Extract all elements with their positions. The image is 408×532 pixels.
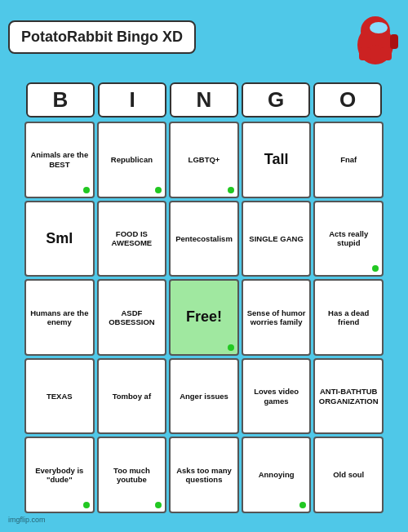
cell-text-18: Loves video games [246,387,308,406]
cell-text-9: Acts really stupid [317,229,379,248]
bingo-cell-5: Sml [24,201,95,277]
bingo-cell-16: Tomboy af [97,358,167,435]
bingo-cell-24: Old soul [313,437,384,513]
letter-o: O [313,82,382,117]
bingo-cell-3: Tall [242,122,312,198]
cell-text-1: Republican [111,155,153,164]
bingo-cell-4: Fnaf [313,122,384,198]
bingo-cell-7: Pentecostalism [169,201,239,277]
cell-text-10: Humans are the enemy [29,308,91,327]
cell-dot-21 [155,502,162,508]
cell-dot-12 [228,344,234,351]
cell-text-12: Free! [186,308,222,326]
svg-rect-5 [390,34,398,49]
title-box: PotatoRabbit Bingo XD [8,20,196,54]
bingo-cell-6: FOOD IS AWESOME [97,201,167,277]
letter-g: G [242,82,310,117]
title-text: PotatoRabbit Bingo XD [21,29,183,45]
cell-text-0: Animals are the BEST [29,150,91,169]
main-container: PotatoRabbit Bingo XD B I N G O Animals … [0,0,408,532]
cell-text-24: Old soul [333,470,364,479]
bingo-cell-9: Acts really stupid [313,201,384,277]
cell-text-19: ANTI-BATHTUB ORGANIZATION [317,387,379,406]
header: PotatoRabbit Bingo XD [8,8,400,65]
cell-text-7: Pentecostalism [175,234,233,243]
cell-text-11: ASDF OBSESSION [101,308,163,327]
cell-text-14: Has a dead friend [317,308,379,327]
bingo-cell-21: Too much youtube [97,437,167,513]
bingo-grid: Animals are the BESTRepublicanLGBTQ+Tall… [24,122,384,513]
bingo-cell-10: Humans are the enemy [24,279,95,356]
svg-point-4 [370,22,388,33]
bingo-cell-12: Free! [169,279,239,356]
letter-i: I [98,82,166,117]
cell-dot-0 [83,187,90,193]
cell-text-6: FOOD IS AWESOME [101,229,163,248]
bingo-cell-15: TEXAS [24,358,95,435]
bingo-cell-18: Loves video games [242,358,312,435]
letter-n: N [170,82,238,117]
cell-text-3: Tall [264,151,289,169]
cell-text-20: Everybody is "dude" [29,466,91,485]
footer-text: imgflip.com [8,516,46,524]
cell-dot-2 [228,187,234,193]
cell-text-15: TEXAS [47,392,73,401]
bingo-cell-19: ANTI-BATHTUB ORGANIZATION [313,358,384,435]
cell-text-8: SINGLE GANG [249,234,304,243]
svg-rect-2 [359,47,370,60]
bingo-cell-0: Animals are the BEST [24,122,95,198]
cell-text-17: Anger issues [180,392,228,401]
cell-text-13: Sense of humor worries family [246,308,308,327]
cell-text-23: Annoying [259,470,295,479]
bingo-cell-11: ASDF OBSESSION [97,279,167,356]
bingo-cell-22: Asks too many questions [169,437,239,513]
cell-dot-20 [83,502,90,508]
cell-text-21: Too much youtube [101,466,163,485]
bingo-cell-2: LGBTQ+ [169,122,239,198]
bingo-cell-13: Sense of humor worries family [242,279,312,356]
bingo-cell-23: Annoying [242,437,312,513]
among-us-icon [351,8,400,65]
cell-text-16: Tomboy af [113,392,151,401]
bingo-cell-20: Everybody is "dude" [24,437,95,513]
bingo-cell-8: SINGLE GANG [242,201,312,277]
svg-rect-3 [380,47,392,60]
bingo-cell-1: Republican [97,122,167,198]
letter-b: B [26,82,95,117]
bingo-row: B I N G O [24,81,384,119]
cell-dot-1 [155,187,162,193]
bingo-cell-14: Has a dead friend [313,279,384,356]
cell-text-2: LGBTQ+ [188,155,220,164]
cell-text-5: Sml [46,230,73,248]
cell-dot-23 [299,502,306,508]
cell-text-4: Fnaf [340,155,357,164]
bingo-cell-17: Anger issues [169,358,239,435]
cell-dot-9 [372,265,379,272]
cell-text-22: Asks too many questions [173,466,235,485]
